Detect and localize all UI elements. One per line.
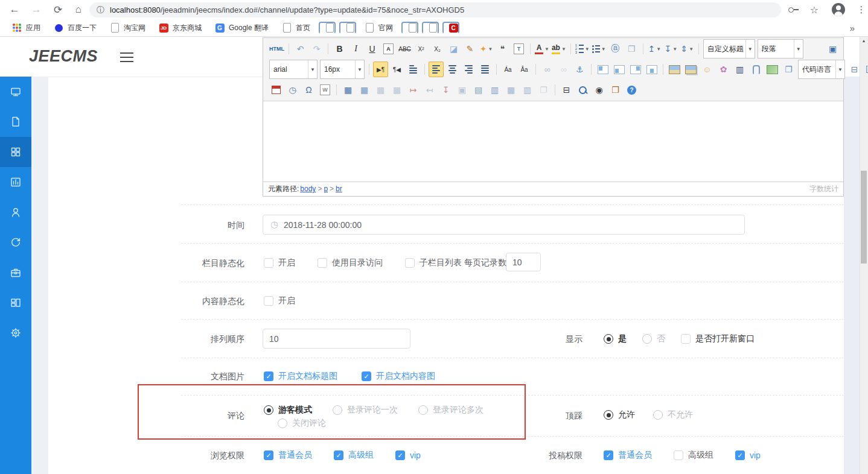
radio-control[interactable]: [418, 405, 428, 415]
radio-control[interactable]: [642, 334, 652, 344]
format-brush[interactable]: ✎: [462, 41, 477, 57]
nav-templates[interactable]: [0, 288, 31, 318]
column-layout[interactable]: [863, 62, 868, 77]
bookmark-item[interactable]: 怎么修改后台的访问: [422, 22, 439, 33]
checkbox-control[interactable]: ✓: [334, 450, 343, 460]
unordered-list[interactable]: ▼: [592, 41, 607, 57]
bookmark-item[interactable]: 百度一下: [49, 22, 101, 34]
strikethrough[interactable]: ABC: [397, 41, 412, 57]
scrawl[interactable]: ✿: [716, 62, 731, 77]
radio-display-yes[interactable]: 是: [604, 333, 627, 344]
bookmark-item[interactable]: 首页: [277, 22, 315, 34]
to-lowercase[interactable]: Âa: [517, 62, 532, 77]
paragraph-format-select[interactable]: 段落▼: [758, 39, 803, 58]
font-family-select[interactable]: arial▼: [269, 60, 318, 79]
word-count-button[interactable]: 字数统计: [809, 184, 838, 194]
back-icon[interactable]: ←: [7, 2, 22, 17]
first-line-indent[interactable]: [406, 62, 421, 77]
insert-col-right[interactable]: ↤: [422, 82, 437, 98]
bold[interactable]: B: [332, 41, 347, 57]
cell-properties[interactable]: ▦: [373, 82, 388, 98]
multi-image-upload[interactable]: [683, 62, 698, 77]
checkbox-member-advanced[interactable]: 高级组: [674, 450, 713, 461]
remove-link[interactable]: ∞: [556, 62, 571, 77]
insert-anchor[interactable]: ⚓: [572, 62, 587, 77]
radio-control[interactable]: [278, 419, 287, 428]
checkbox-control[interactable]: ✓: [264, 450, 273, 460]
image-float-right[interactable]: [628, 62, 643, 77]
find-replace[interactable]: ◉: [592, 82, 607, 98]
browser-menu-icon[interactable]: ⋮: [855, 3, 868, 16]
merge-cells[interactable]: ▣: [455, 82, 470, 98]
forward-icon[interactable]: →: [29, 2, 43, 17]
ltr-paragraph[interactable]: ▶¶: [373, 62, 388, 77]
nav-statistics[interactable]: [0, 167, 31, 197]
checkbox-control[interactable]: ✓: [604, 450, 613, 460]
insert-date[interactable]: [269, 82, 284, 98]
insert-code[interactable]: ⊟: [847, 62, 862, 77]
custom-title-select[interactable]: 自定义标题▼: [703, 39, 755, 58]
paste-as-text[interactable]: T: [511, 41, 526, 57]
checkbox-enable-content-image[interactable]: ✓开启文档内容图: [362, 371, 435, 382]
password-key-icon[interactable]: [787, 3, 800, 16]
insert-flash[interactable]: [765, 62, 780, 77]
element-path-link[interactable]: br: [336, 185, 342, 193]
superscript[interactable]: X²: [413, 41, 429, 57]
image-inline-left[interactable]: [611, 62, 627, 77]
radio-control[interactable]: [264, 405, 273, 415]
insert-image[interactable]: [667, 62, 682, 77]
checkbox-control[interactable]: ✓: [264, 371, 273, 381]
remove-format[interactable]: ◪: [446, 41, 461, 57]
underline[interactable]: U: [365, 41, 380, 57]
radio-login-comment-once[interactable]: 登录评论一次: [333, 405, 398, 416]
nav-settings[interactable]: [0, 318, 31, 348]
checkbox-control[interactable]: ✓: [362, 371, 371, 381]
nav-maintenance[interactable]: [0, 258, 31, 288]
radio-disallow[interactable]: 不允许: [653, 409, 693, 420]
radio-login-comment-multi[interactable]: 登录评论多次: [418, 405, 483, 416]
bookmark-item[interactable]: JEEBBS论坛 - JEECM: [319, 22, 336, 33]
image-block-center[interactable]: [644, 62, 659, 77]
bookmark-item[interactable]: 提取第一个级栏目下: [401, 22, 418, 33]
nav-generate[interactable]: [0, 227, 31, 258]
line-height[interactable]: ⇕▼: [680, 41, 695, 57]
checkbox-enable-title-image[interactable]: ✓开启文档标题图: [264, 371, 337, 382]
align-center[interactable]: [445, 62, 460, 77]
insert-video[interactable]: ▥: [732, 62, 747, 77]
insert-iframe[interactable]: ❐: [781, 62, 796, 77]
bookmark-item[interactable]: Ceclipse恢复界面默认: [442, 22, 459, 33]
subscript[interactable]: X₂: [430, 41, 445, 57]
checkbox-member-normal[interactable]: ✓普通会员: [604, 450, 652, 461]
align-justify[interactable]: [477, 62, 493, 77]
preview[interactable]: [575, 82, 590, 98]
help[interactable]: ?: [624, 82, 639, 98]
italic[interactable]: I: [348, 41, 363, 57]
checkbox-control[interactable]: [681, 334, 691, 344]
checkbox-enable-static[interactable]: 开启: [264, 295, 295, 306]
anchor-name[interactable]: ⓐ: [608, 41, 623, 57]
bookmarks-overflow-chevron[interactable]: »: [850, 23, 855, 33]
paragraph-space-before[interactable]: ↥▼: [647, 41, 662, 57]
reload-icon[interactable]: ⟳: [51, 2, 65, 17]
auto-typeset[interactable]: ✦▼: [479, 41, 494, 57]
redo[interactable]: ↷: [309, 41, 324, 57]
align-right[interactable]: [461, 62, 476, 77]
align-left[interactable]: [429, 62, 444, 77]
new-document[interactable]: ❐: [624, 41, 639, 57]
nav-channel[interactable]: [0, 137, 31, 167]
font-color[interactable]: A▼: [534, 41, 550, 57]
fullscreen[interactable]: ▣: [825, 41, 840, 57]
insert-col-left[interactable]: ↦: [406, 82, 421, 98]
rtl-paragraph[interactable]: ¶◀: [389, 62, 404, 77]
word-image[interactable]: W: [318, 82, 333, 98]
split-cells[interactable]: ▦: [503, 82, 519, 98]
ordered-list[interactable]: 123▼: [575, 41, 590, 57]
paste[interactable]: ❒: [608, 82, 623, 98]
radio-control[interactable]: [604, 334, 613, 344]
checkbox-sub-channel-list[interactable]: 子栏目列表 每页记录数: [405, 258, 506, 268]
checkbox-member-normal[interactable]: ✓普通会员: [264, 450, 312, 461]
checkbox-member-vip[interactable]: ✓vip: [395, 450, 421, 460]
hamburger-menu-icon[interactable]: [120, 52, 133, 62]
radio-control[interactable]: [333, 405, 342, 415]
undo[interactable]: ↶: [293, 41, 308, 57]
